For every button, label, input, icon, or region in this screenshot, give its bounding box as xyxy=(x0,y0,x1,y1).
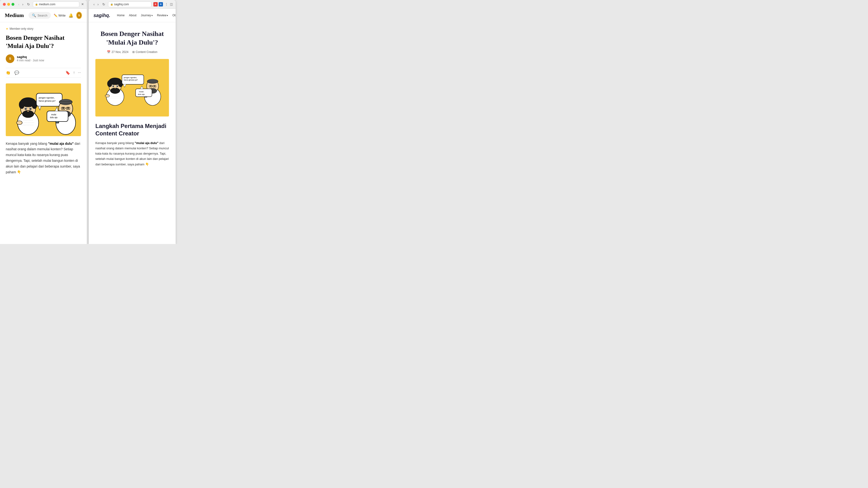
nav-review[interactable]: Review ▾ xyxy=(155,12,170,19)
sagihq-body-text-1: Kenapa banyak yang bilang xyxy=(95,141,135,145)
svg-point-47 xyxy=(110,88,120,94)
article-category[interactable]: Content Creation xyxy=(136,50,157,54)
left-close-button[interactable]: ✕ xyxy=(81,2,84,6)
avatar[interactable]: S xyxy=(76,12,82,19)
nav-journey-label: Journey xyxy=(141,14,151,17)
star-icon: ★ xyxy=(6,27,8,30)
search-placeholder: Search xyxy=(37,14,47,17)
sagihq-section-title: Langkah Pertama Menjadi Content Creator xyxy=(95,122,169,137)
svg-point-51 xyxy=(117,86,118,87)
write-button[interactable]: ✏️ Write xyxy=(54,14,66,17)
maximize-button[interactable] xyxy=(11,3,14,6)
svg-point-15 xyxy=(17,121,22,125)
medium-navbar: Medium 🔍 Search ✏️ Write 🔔 S xyxy=(0,9,87,22)
article-title: Bosen Denger Nasihat 'Mulai Aja Dulu'? xyxy=(6,34,81,50)
svg-point-7 xyxy=(19,100,25,109)
sagihq-logo[interactable]: sagihq. xyxy=(93,13,110,18)
search-bar[interactable]: 🔍 Search xyxy=(29,12,51,19)
sagihq-body-text-2: dari nasihat orang dalam memulai konten?… xyxy=(95,141,169,166)
nav-about[interactable]: About xyxy=(127,12,138,19)
review-chevron-icon: ▾ xyxy=(167,14,168,17)
sagihq-article-title: Bosen Denger Nasihat 'Mulai Aja Dulu'? xyxy=(95,29,169,47)
sagihq-navbar: sagihq. Home About Journey ▾ Review ▾ Ot… xyxy=(89,9,176,22)
svg-point-30 xyxy=(67,108,69,109)
forward-button[interactable]: › xyxy=(21,2,25,7)
body-text-2: dari nasihat orang dalam memulai konten?… xyxy=(6,142,80,174)
lock-icon: 🔒 xyxy=(35,3,38,5)
action-right: 🔖 ↑ ··· xyxy=(65,70,81,75)
ext-icon-2[interactable]: R xyxy=(159,2,163,6)
svg-text:mulai: mulai xyxy=(51,113,56,116)
nav-home[interactable]: Home xyxy=(115,12,127,19)
svg-point-14 xyxy=(27,111,29,112)
share-button[interactable]: ↑ xyxy=(73,70,75,75)
right-browser-window: ‹ › ↻ 🔒 sagihq.com R R ⋮ ◫ sagihq. Home … xyxy=(89,0,176,244)
svg-rect-71 xyxy=(136,89,152,97)
bookmark-button[interactable]: 🔖 xyxy=(65,70,70,75)
member-badge-text: Member-only story xyxy=(9,27,33,30)
ext-icon-1[interactable]: R xyxy=(153,2,158,6)
svg-text:dulu aja: dulu aja xyxy=(50,116,57,119)
article-body: Kenapa banyak yang bilang "mulai aja dul… xyxy=(6,141,81,175)
svg-point-12 xyxy=(25,108,26,110)
author-avatar[interactable]: S xyxy=(6,54,14,63)
svg-text:mulai: mulai xyxy=(139,91,144,93)
svg-point-67 xyxy=(150,86,151,87)
svg-point-50 xyxy=(113,86,114,87)
svg-point-53 xyxy=(105,94,110,97)
article-actions: 👏 💬 🔖 ↑ ··· xyxy=(6,68,81,78)
back-button[interactable]: ‹ xyxy=(17,2,20,7)
sagihq-comic-svg: pengen ngonten, harus gimana ya? xyxy=(95,59,169,117)
write-label: Write xyxy=(59,14,66,17)
reload-button[interactable]: ↻ xyxy=(26,2,31,7)
calendar-icon: 📅 xyxy=(107,50,111,54)
right-lock-icon: 🔒 xyxy=(110,3,113,5)
svg-text:pengen ngonten,: pengen ngonten, xyxy=(39,96,54,99)
member-badge: ★ Member-only story xyxy=(6,27,81,30)
nav-journey[interactable]: Journey ▾ xyxy=(139,12,155,19)
svg-text:pengen ngonten,: pengen ngonten, xyxy=(124,77,137,79)
svg-rect-62 xyxy=(147,81,158,82)
right-forward-button[interactable]: › xyxy=(97,2,100,7)
right-sidebar-button[interactable]: ◫ xyxy=(170,2,173,6)
address-bar[interactable]: 🔒 medium.com xyxy=(33,1,79,7)
more-button[interactable]: ··· xyxy=(78,70,81,75)
close-button[interactable] xyxy=(3,3,6,6)
traffic-lights xyxy=(3,3,14,6)
svg-text:dulu aja: dulu aja xyxy=(138,93,145,95)
right-browser-body: sagihq. Home About Journey ▾ Review ▾ Ot… xyxy=(89,9,176,244)
left-titlebar: ‹ › ↻ 🔒 medium.com ✕ xyxy=(0,0,87,9)
minimize-button[interactable] xyxy=(7,3,10,6)
right-reload-button[interactable]: ↻ xyxy=(101,2,106,7)
right-address-bar[interactable]: 🔒 sagihq.com xyxy=(108,1,151,7)
svg-rect-24 xyxy=(59,101,72,103)
date-meta: 📅 27 Nov, 2024 xyxy=(107,50,128,54)
author-info: sagihq 4 min read · Just now xyxy=(17,55,44,62)
author-meta: 4 min read · Just now xyxy=(17,59,44,62)
sagihq-article-content: Bosen Denger Nasihat 'Mulai Aja Dulu'? 📅… xyxy=(89,22,176,244)
comment-button[interactable]: 💬 xyxy=(14,70,19,75)
category-icon: ⊞ xyxy=(132,50,135,54)
svg-text:harus gimana ya?: harus gimana ya? xyxy=(39,99,55,102)
medium-article-content: ★ Member-only story Bosen Denger Nasihat… xyxy=(0,22,87,244)
article-date: 27 Nov, 2024 xyxy=(112,50,128,54)
author-row: S sagihq 4 min read · Just now xyxy=(6,54,81,63)
svg-point-45 xyxy=(107,80,112,87)
category-meta: ⊞ Content Creation xyxy=(132,50,157,54)
svg-point-68 xyxy=(154,86,155,87)
search-icon: 🔍 xyxy=(32,13,36,17)
left-browser-body: Medium 🔍 Search ✏️ Write 🔔 S ★ Member-on… xyxy=(0,9,87,244)
right-menu-button[interactable]: ⋮ xyxy=(165,2,168,6)
right-back-button[interactable]: ‹ xyxy=(93,2,96,7)
bell-icon[interactable]: 🔔 xyxy=(68,13,73,18)
sagihq-body-text: Kenapa banyak yang bilang "mulai aja dul… xyxy=(95,141,169,167)
meta-row: 📅 27 Nov, 2024 ⊞ Content Creation xyxy=(95,50,169,54)
right-url-text: sagihq.com xyxy=(114,3,129,6)
right-nav-buttons: ‹ › xyxy=(93,2,99,7)
clap-button[interactable]: 👏 xyxy=(6,70,10,75)
author-name[interactable]: sagihq xyxy=(17,55,44,59)
article-image: pengen ngonten, harus gimana ya? xyxy=(6,83,81,136)
body-bold: "mulai aja dulu" xyxy=(48,142,74,146)
svg-point-52 xyxy=(115,88,116,88)
nav-others[interactable]: Others ▾ xyxy=(170,12,176,19)
